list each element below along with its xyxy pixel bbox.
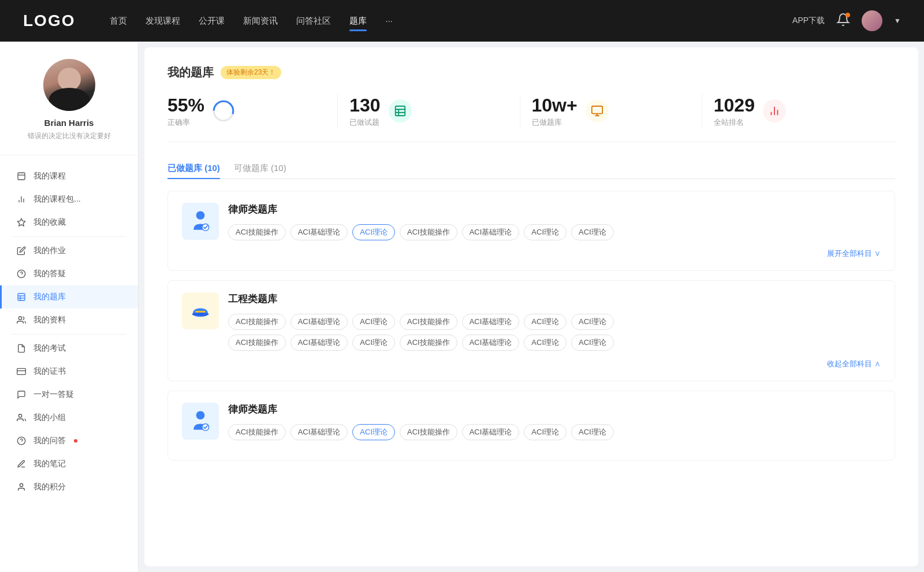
notification-bell[interactable] bbox=[836, 13, 850, 29]
svg-marker-5 bbox=[17, 218, 25, 226]
tag-item[interactable]: ACI技能操作 bbox=[400, 424, 457, 440]
tag-item[interactable]: ACI技能操作 bbox=[228, 335, 286, 351]
profile-section: Brian Harris 错误的决定比没有决定要好 bbox=[0, 59, 138, 155]
divider bbox=[12, 334, 126, 335]
expand-button-lawyer[interactable]: 展开全部科目 ∨ bbox=[182, 248, 881, 259]
svg-point-18 bbox=[20, 484, 23, 486]
engineering-icon-svg bbox=[188, 298, 213, 324]
tag-item[interactable]: ACI理论 bbox=[352, 314, 395, 330]
tag-item[interactable]: ACI理论 bbox=[524, 335, 567, 351]
tag-item[interactable]: ACI理论 bbox=[524, 424, 567, 440]
sidebar: Brian Harris 错误的决定比没有决定要好 我的课程 我的课程包... bbox=[0, 42, 139, 572]
tag-item[interactable]: ACI理论 bbox=[352, 335, 395, 351]
sidebar-item-my-questions[interactable]: 我的问答 bbox=[0, 429, 138, 452]
sidebar-item-label: 我的答疑 bbox=[33, 269, 66, 279]
bank-icon bbox=[16, 292, 27, 302]
sidebar-item-label: 我的积分 bbox=[33, 482, 66, 492]
tag-item[interactable]: ACI基础理论 bbox=[462, 335, 520, 351]
tag-item[interactable]: ACI理论 bbox=[571, 424, 614, 440]
tag-item[interactable]: ACI基础理论 bbox=[462, 314, 520, 330]
nav-qa[interactable]: 问答社区 bbox=[296, 13, 331, 29]
qbank-tags-engineering-row1: ACI技能操作 ACI基础理论 ACI理论 ACI技能操作 ACI基础理论 AC… bbox=[228, 314, 881, 330]
sidebar-item-label: 我的考试 bbox=[33, 343, 66, 354]
sidebar-item-points[interactable]: 我的积分 bbox=[0, 476, 138, 499]
tag-item[interactable]: ACI技能操作 bbox=[228, 224, 286, 240]
tag-item[interactable]: ACI基础理论 bbox=[290, 314, 348, 330]
nav-discover[interactable]: 发现课程 bbox=[146, 13, 180, 29]
nav-open-course[interactable]: 公开课 bbox=[199, 13, 225, 29]
nav-more[interactable]: ··· bbox=[385, 13, 393, 29]
chart-icon bbox=[16, 194, 27, 205]
sidebar-item-label: 我的作业 bbox=[33, 246, 66, 256]
tag-item[interactable]: ACI基础理论 bbox=[462, 224, 520, 240]
nav-menu: 首页 发现课程 公开课 新闻资讯 问答社区 题库 ··· bbox=[110, 13, 792, 29]
svg-point-36 bbox=[196, 411, 205, 420]
tag-item[interactable]: ACI技能操作 bbox=[400, 335, 457, 351]
tag-item[interactable]: ACI基础理论 bbox=[462, 424, 520, 440]
svg-point-35 bbox=[192, 313, 208, 316]
chevron-down-icon[interactable]: ▼ bbox=[894, 17, 901, 25]
qbank-card-lawyer-2: 律师类题库 ACI技能操作 ACI基础理论 ACI理论 ACI技能操作 ACI基… bbox=[167, 391, 895, 460]
trial-badge: 体验剩余23天！ bbox=[221, 66, 281, 79]
tag-item[interactable]: ACI理论 bbox=[571, 224, 614, 240]
svg-rect-13 bbox=[17, 369, 26, 375]
stat-label-accuracy: 正确率 bbox=[167, 117, 204, 128]
sidebar-item-my-qa[interactable]: 我的答疑 bbox=[0, 262, 138, 285]
sidebar-item-certificate[interactable]: 我的证书 bbox=[0, 360, 138, 383]
tag-item[interactable]: ACI技能操作 bbox=[228, 424, 286, 440]
tag-item[interactable]: ACI基础理论 bbox=[290, 224, 348, 240]
nav-news[interactable]: 新闻资讯 bbox=[243, 13, 278, 29]
tag-item[interactable]: ACI理论 bbox=[524, 224, 567, 240]
sidebar-item-one-on-one[interactable]: 一对一答疑 bbox=[0, 383, 138, 406]
page-header: 我的题库 体验剩余23天！ bbox=[167, 65, 895, 80]
sidebar-item-question-bank[interactable]: 我的题库 bbox=[0, 285, 138, 309]
question-icon bbox=[16, 269, 27, 279]
tag-item[interactable]: ACI技能操作 bbox=[400, 224, 457, 240]
logo[interactable]: LOGO bbox=[23, 12, 75, 30]
sidebar-item-label: 我的收藏 bbox=[33, 217, 66, 228]
tag-item[interactable]: ACI技能操作 bbox=[228, 314, 286, 330]
svg-rect-34 bbox=[195, 311, 206, 313]
sidebar-item-label: 我的课程包... bbox=[33, 194, 81, 205]
sidebar-item-favorites[interactable]: 我的收藏 bbox=[0, 211, 138, 234]
tab-done[interactable]: 已做题库 (10) bbox=[167, 158, 220, 179]
exam-icon bbox=[16, 343, 27, 354]
tag-item-active[interactable]: ACI理论 bbox=[352, 424, 395, 440]
tag-item[interactable]: ACI理论 bbox=[571, 335, 614, 351]
profile-avatar[interactable] bbox=[43, 59, 95, 111]
tag-item-active[interactable]: ACI理论 bbox=[352, 224, 395, 240]
tag-item[interactable]: ACI理论 bbox=[571, 314, 614, 330]
stat-value-done: 130 bbox=[349, 94, 380, 116]
engineering-bank-icon bbox=[182, 292, 219, 329]
data-icon bbox=[16, 315, 27, 325]
main-layout: Brian Harris 错误的决定比没有决定要好 我的课程 我的课程包... bbox=[0, 42, 924, 572]
question-bank-tabs: 已做题库 (10) 可做题库 (10) bbox=[167, 158, 895, 179]
stat-label-rank: 全站排名 bbox=[714, 117, 755, 128]
svg-rect-25 bbox=[592, 106, 602, 114]
sidebar-item-my-exam[interactable]: 我的考试 bbox=[0, 337, 138, 360]
nav-home[interactable]: 首页 bbox=[110, 13, 127, 29]
tag-item[interactable]: ACI基础理论 bbox=[290, 424, 348, 440]
svg-point-15 bbox=[18, 414, 21, 417]
lawyer-bank-icon-2 bbox=[182, 403, 219, 440]
sidebar-item-homework[interactable]: 我的作业 bbox=[0, 239, 138, 262]
collapse-button-engineering[interactable]: 收起全部科目 ∧ bbox=[182, 359, 881, 369]
divider bbox=[12, 236, 126, 237]
sidebar-item-my-courses[interactable]: 我的课程 bbox=[0, 165, 138, 188]
sidebar-item-my-data[interactable]: 我的资料 bbox=[0, 309, 138, 332]
question-circle-icon bbox=[16, 436, 27, 446]
tag-item[interactable]: ACI基础理论 bbox=[290, 335, 348, 351]
tab-available[interactable]: 可做题库 (10) bbox=[234, 158, 286, 179]
banks-icon bbox=[586, 99, 609, 122]
app-download-button[interactable]: APP下载 bbox=[792, 16, 825, 26]
sidebar-item-my-group[interactable]: 我的小组 bbox=[0, 406, 138, 429]
sidebar-item-course-packages[interactable]: 我的课程包... bbox=[0, 188, 138, 211]
tag-item[interactable]: ACI技能操作 bbox=[400, 314, 457, 330]
avatar[interactable] bbox=[862, 10, 882, 31]
qbank-header: 律师类题库 ACI技能操作 ACI基础理论 ACI理论 ACI技能操作 ACI基… bbox=[182, 403, 881, 440]
sidebar-item-notes[interactable]: 我的笔记 bbox=[0, 452, 138, 476]
tag-item[interactable]: ACI理论 bbox=[524, 314, 567, 330]
nav-questions[interactable]: 题库 bbox=[349, 13, 367, 29]
svg-rect-21 bbox=[395, 106, 405, 116]
qbank-header: 工程类题库 ACI技能操作 ACI基础理论 ACI理论 ACI技能操作 ACI基… bbox=[182, 292, 881, 351]
